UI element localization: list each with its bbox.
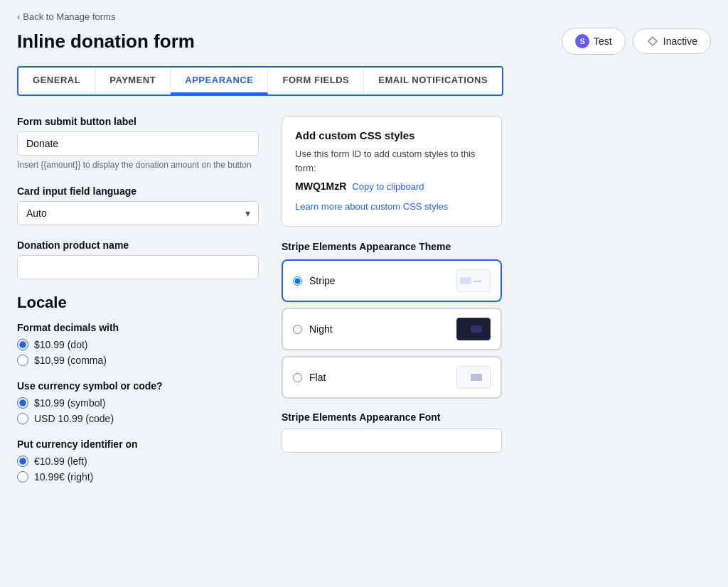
- stripe-theme-section: Stripe Elements Appearance Theme Stripe: [282, 241, 502, 399]
- currency-display-group: Use currency symbol or code? $10.99 (sym…: [17, 380, 259, 424]
- currency-display-title: Use currency symbol or code?: [17, 380, 259, 392]
- theme-flat-label: Flat: [309, 372, 326, 383]
- radio-right-label: 10.99€ (right): [34, 471, 93, 483]
- tab-payment[interactable]: PAYMENT: [95, 68, 171, 95]
- tab-general[interactable]: GENERAL: [18, 68, 95, 95]
- radio-symbol[interactable]: $10.99 (symbol): [17, 397, 259, 409]
- locale-title: Locale: [17, 294, 259, 312]
- card-language-select[interactable]: Auto English French German Spanish: [17, 201, 259, 225]
- format-decimals-radio-group: $10.99 (dot) $10,99 (comma): [17, 339, 259, 366]
- learn-more-link[interactable]: Learn more about custom CSS styles: [295, 200, 448, 213]
- theme-option-stripe[interactable]: Stripe: [282, 259, 502, 302]
- card-language-label: Card input field language: [17, 185, 259, 197]
- radio-comma-input[interactable]: [17, 355, 28, 366]
- stripe-font-section: Stripe Elements Appearance Font: [282, 411, 502, 453]
- stripe-theme-title: Stripe Elements Appearance Theme: [282, 241, 502, 252]
- flat-theme-preview: [456, 366, 491, 389]
- donation-product-input[interactable]: [17, 255, 259, 279]
- theme-option-stripe-left: Stripe: [293, 275, 336, 286]
- tab-appearance[interactable]: APPEARANCE: [171, 68, 268, 95]
- format-decimals-group: Format decimals with $10.99 (dot) $10,99…: [17, 322, 259, 366]
- form-submit-group: Form submit button label Insert {{amount…: [17, 116, 259, 171]
- stripe-theme-preview: [456, 269, 491, 292]
- radio-code[interactable]: USD 10.99 (code): [17, 413, 259, 424]
- inactive-button[interactable]: Inactive: [633, 28, 711, 54]
- theme-night-label: Night: [309, 323, 333, 335]
- radio-theme-flat[interactable]: [293, 373, 302, 382]
- theme-option-night[interactable]: Night: [282, 308, 502, 350]
- css-form-id-row: MWQ1MzR Copy to clipboard: [295, 181, 488, 192]
- radio-theme-night[interactable]: [293, 325, 302, 334]
- header-row: Inline donation form S Test Inactive: [17, 28, 711, 55]
- css-card-desc: Use this form ID to add custom styles to…: [295, 147, 488, 175]
- card-language-select-wrapper: Auto English French German Spanish ▾: [17, 201, 259, 225]
- css-card: Add custom CSS styles Use this form ID t…: [282, 116, 502, 227]
- theme-option-flat-left: Flat: [293, 372, 326, 383]
- theme-stripe-label: Stripe: [309, 275, 336, 286]
- breadcrumb: ‹ Back to Manage forms: [17, 11, 711, 22]
- radio-dot-input[interactable]: [17, 339, 28, 350]
- back-link[interactable]: Back to Manage forms: [23, 11, 115, 22]
- test-button-label: Test: [594, 36, 612, 47]
- radio-comma[interactable]: $10,99 (comma): [17, 355, 259, 366]
- form-id-value: MWQ1MzR: [295, 181, 346, 192]
- left-panel: Form submit button label Insert {{amount…: [17, 116, 259, 497]
- radio-comma-label: $10,99 (comma): [34, 355, 107, 366]
- donation-product-group: Donation product name: [17, 239, 259, 279]
- radio-code-input[interactable]: [17, 413, 28, 424]
- theme-option-night-left: Night: [293, 323, 333, 335]
- tab-email-notifications[interactable]: EMAIL NOTIFICATIONS: [364, 68, 502, 95]
- diamond-icon: [646, 35, 659, 48]
- format-decimals-title: Format decimals with: [17, 322, 259, 333]
- currency-position-group: Put currency identifier on €10.99 (left)…: [17, 438, 259, 483]
- stripe-font-title: Stripe Elements Appearance Font: [282, 411, 502, 423]
- currency-display-radio-group: $10.99 (symbol) USD 10.99 (code): [17, 397, 259, 424]
- page-title: Inline donation form: [17, 31, 195, 53]
- radio-dot[interactable]: $10.99 (dot): [17, 339, 259, 350]
- locale-section: Locale Format decimals with $10.99 (dot)…: [17, 294, 259, 483]
- radio-left-input[interactable]: [17, 456, 28, 467]
- css-card-title: Add custom CSS styles: [295, 129, 488, 141]
- inactive-button-label: Inactive: [663, 36, 697, 47]
- stripe-font-input[interactable]: [282, 429, 502, 453]
- main-content: Form submit button label Insert {{amount…: [17, 116, 711, 497]
- header-actions: S Test Inactive: [562, 28, 711, 55]
- radio-right[interactable]: 10.99€ (right): [17, 471, 259, 483]
- currency-position-radio-group: €10.99 (left) 10.99€ (right): [17, 456, 259, 483]
- radio-left[interactable]: €10.99 (left): [17, 456, 259, 467]
- form-submit-hint: Insert {{amount}} to display the donatio…: [17, 159, 259, 171]
- chevron-icon: ‹: [17, 11, 20, 22]
- tab-form-fields[interactable]: FORM FIELDS: [268, 68, 364, 95]
- radio-code-label: USD 10.99 (code): [34, 413, 114, 424]
- currency-position-title: Put currency identifier on: [17, 438, 259, 450]
- stripe-s-icon: S: [575, 34, 589, 48]
- theme-option-flat[interactable]: Flat: [282, 356, 502, 399]
- form-submit-label: Form submit button label: [17, 116, 259, 127]
- copy-to-clipboard-link[interactable]: Copy to clipboard: [352, 181, 424, 192]
- donation-product-label: Donation product name: [17, 239, 259, 251]
- radio-left-label: €10.99 (left): [34, 456, 87, 467]
- radio-symbol-label: $10.99 (symbol): [34, 397, 105, 409]
- test-button[interactable]: S Test: [562, 28, 626, 55]
- radio-symbol-input[interactable]: [17, 397, 28, 409]
- radio-right-input[interactable]: [17, 471, 28, 483]
- night-theme-preview: [456, 318, 491, 340]
- form-submit-input[interactable]: [17, 131, 259, 156]
- radio-theme-stripe[interactable]: [293, 276, 302, 286]
- card-language-group: Card input field language Auto English F…: [17, 185, 259, 225]
- tabs-bar: GENERAL PAYMENT APPEARANCE FORM FIELDS E…: [17, 66, 503, 96]
- right-panel: Add custom CSS styles Use this form ID t…: [282, 116, 502, 453]
- radio-dot-label: $10.99 (dot): [34, 339, 88, 350]
